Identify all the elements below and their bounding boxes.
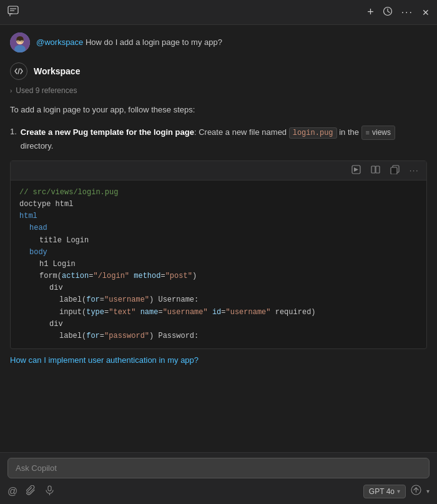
code-line-head: head bbox=[29, 222, 47, 234]
code-line-title: title Login bbox=[39, 235, 89, 247]
code-line-doctype: doctype html bbox=[19, 199, 73, 210]
code-line-form: form(action="/login" method="post") bbox=[39, 270, 197, 282]
header: + ··· ✕ bbox=[0, 0, 437, 25]
more-code-icon[interactable]: ··· bbox=[407, 164, 421, 176]
gpt-model-label: GPT 4o bbox=[369, 487, 395, 496]
bottom-area: Ask Copilot @ GPT 4o ▾ bbox=[0, 452, 437, 504]
code-line-html: html bbox=[19, 210, 37, 222]
code-block-container: ··· // src/views/login.pug doctype html … bbox=[10, 161, 427, 349]
code-block-toolbar: ··· bbox=[11, 161, 426, 180]
workspace-icon-circle bbox=[10, 62, 27, 80]
views-badge: ≡views bbox=[361, 126, 395, 140]
bottom-toolbar-left: @ bbox=[7, 485, 54, 497]
attach-icon[interactable] bbox=[26, 485, 36, 497]
list-number: 1. bbox=[10, 126, 17, 153]
main-content: @workspace How do I add a login page to … bbox=[0, 25, 437, 452]
references-text: Used 9 references bbox=[16, 86, 77, 95]
send-button[interactable] bbox=[408, 483, 424, 499]
code-line-body: body bbox=[29, 247, 47, 259]
ai-section: Workspace › Used 9 references To add a l… bbox=[10, 62, 427, 365]
workspace-title: Workspace bbox=[34, 66, 80, 76]
response-intro: To add a login page to your app, follow … bbox=[10, 104, 427, 117]
more-icon[interactable]: ··· bbox=[401, 7, 413, 18]
svg-rect-17 bbox=[48, 486, 51, 491]
bottom-toolbar: @ GPT 4o ▾ bbox=[7, 483, 430, 499]
avatar bbox=[10, 32, 30, 52]
send-chevron-icon[interactable]: ▾ bbox=[426, 488, 430, 495]
bottom-toolbar-right: GPT 4o ▾ ▾ bbox=[363, 483, 430, 499]
views-icon: ≡ bbox=[366, 127, 370, 139]
user-message: @workspace How do I add a login page to … bbox=[10, 32, 427, 52]
code-line-div2: div bbox=[49, 319, 63, 330]
workspace-header: Workspace bbox=[10, 62, 427, 80]
copy-icon[interactable] bbox=[388, 164, 402, 177]
split-icon[interactable] bbox=[368, 164, 383, 177]
svg-rect-16 bbox=[391, 167, 397, 174]
svg-rect-0 bbox=[8, 6, 18, 14]
svg-rect-14 bbox=[376, 166, 380, 173]
code-line-h1: h1 Login bbox=[39, 259, 76, 270]
header-left bbox=[7, 6, 19, 19]
add-icon[interactable]: + bbox=[367, 6, 374, 19]
header-right: + ··· ✕ bbox=[367, 6, 430, 19]
list-content: Create a new Pug template for the login … bbox=[21, 126, 427, 153]
code-line-input1: input(type="text" name="username" id="us… bbox=[59, 307, 316, 319]
user-text: @workspace How do I add a login page to … bbox=[36, 32, 222, 49]
close-icon[interactable]: ✕ bbox=[422, 7, 430, 17]
mic-icon[interactable] bbox=[45, 485, 54, 497]
filename-code: login.pug bbox=[289, 127, 337, 139]
list-item-1: 1. Create a new Pug template for the log… bbox=[10, 126, 427, 153]
svg-line-11 bbox=[18, 69, 19, 74]
code-line-div1: div bbox=[49, 282, 63, 294]
references-row[interactable]: › Used 9 references bbox=[10, 86, 427, 95]
code-comment: // src/views/login.pug bbox=[19, 187, 118, 199]
code-block: // src/views/login.pug doctype html html… bbox=[11, 180, 426, 348]
references-chevron-icon: › bbox=[10, 87, 12, 94]
code-line-label1: label(for="username") Username: bbox=[59, 294, 199, 306]
mention: @workspace bbox=[36, 37, 83, 47]
chat-icon[interactable] bbox=[7, 6, 19, 19]
ask-input-display[interactable]: Ask Copilot bbox=[7, 458, 430, 478]
model-chevron-icon: ▾ bbox=[397, 488, 400, 495]
gpt-model-selector[interactable]: GPT 4o ▾ bbox=[363, 485, 406, 498]
svg-rect-13 bbox=[371, 166, 375, 173]
history-icon[interactable] bbox=[383, 6, 393, 18]
at-icon[interactable]: @ bbox=[7, 486, 17, 497]
step1-bold: Create a new Pug template for the login … bbox=[21, 127, 194, 137]
numbered-list: 1. Create a new Pug template for the log… bbox=[10, 126, 427, 153]
suggestion-link[interactable]: How can I implement user authentication … bbox=[10, 355, 427, 365]
code-line-label2: label(for="password") Password: bbox=[59, 330, 199, 342]
run-icon[interactable] bbox=[349, 164, 363, 177]
